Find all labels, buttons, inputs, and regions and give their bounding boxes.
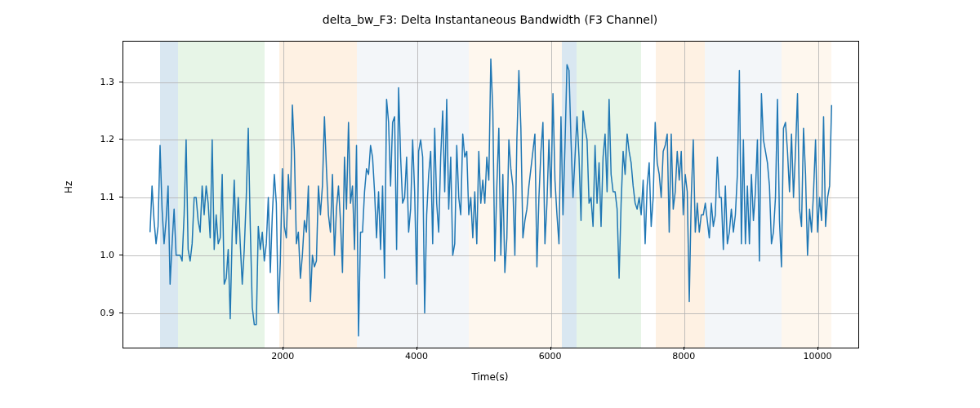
x-tick-label: 10000 xyxy=(803,351,831,361)
y-tick-label: 1.0 xyxy=(82,249,114,259)
chart-title: delta_bw_F3: Delta Instantaneous Bandwid… xyxy=(0,13,980,26)
x-tick-label: 4000 xyxy=(405,351,428,361)
x-tick-mark xyxy=(416,347,417,350)
x-axis-label: Time(s) xyxy=(0,371,980,383)
y-tick-label: 1.1 xyxy=(82,192,114,202)
line-series xyxy=(123,42,858,348)
x-tick-mark xyxy=(283,347,283,350)
y-tick-mark xyxy=(119,82,122,82)
y-tick-mark xyxy=(119,313,122,313)
signal-line xyxy=(150,59,832,336)
x-tick-label: 2000 xyxy=(271,351,294,361)
y-tick-mark xyxy=(119,139,122,140)
y-tick-label: 0.9 xyxy=(82,307,114,317)
x-tick-mark xyxy=(817,347,818,350)
y-axis-label: Hz xyxy=(63,181,74,193)
plot-area xyxy=(122,41,859,348)
x-tick-label: 6000 xyxy=(539,351,562,361)
x-tick-mark xyxy=(684,347,684,350)
x-tick-label: 8000 xyxy=(672,351,695,361)
y-tick-mark xyxy=(119,255,122,255)
y-tick-label: 1.2 xyxy=(82,134,114,144)
x-tick-mark xyxy=(550,347,551,350)
y-tick-label: 1.3 xyxy=(82,76,114,86)
figure: delta_bw_F3: Delta Instantaneous Bandwid… xyxy=(0,0,980,408)
y-tick-mark xyxy=(119,197,122,197)
